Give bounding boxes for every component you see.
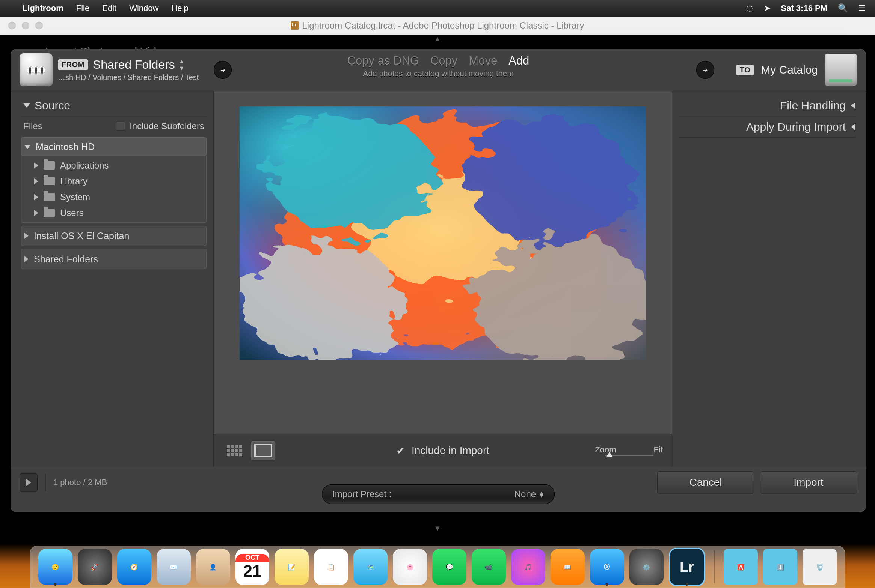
dock-notes-icon[interactable]: 📝: [275, 549, 309, 585]
fit-label: Fit: [654, 445, 663, 455]
tree-node-macintosh-hd[interactable]: Macintosh HD: [21, 137, 207, 156]
macos-dock: 🙂 🚀 🧭 ✉️ 👤 OCT21 📝 📋 🗺️ 🌸 💬 📹 🎵 📖 Ⓐ ⚙️ L…: [30, 546, 845, 588]
dock-safari-icon[interactable]: 🧭: [117, 549, 151, 585]
dock-applications-folder-icon[interactable]: 🅰️: [724, 549, 758, 585]
source-arrow-next-icon[interactable]: ➔: [214, 61, 232, 79]
preset-value: None: [514, 489, 536, 499]
dock-appstore-icon[interactable]: Ⓐ: [590, 549, 624, 585]
svg-rect-10: [29, 69, 31, 74]
dock-contacts-icon[interactable]: 👤: [196, 549, 230, 585]
action-add[interactable]: Add: [508, 54, 529, 68]
from-pill: FROM: [58, 59, 88, 70]
dock-facetime-icon[interactable]: 📹: [472, 549, 506, 585]
destination-name[interactable]: My Catalog: [761, 63, 818, 76]
source-tree: Macintosh HD Applications Library System…: [21, 137, 207, 269]
tree-node-system[interactable]: System: [21, 189, 206, 205]
folder-icon: [44, 177, 55, 185]
cursor-icon[interactable]: ➤: [764, 3, 771, 13]
files-label: Files: [23, 121, 42, 131]
zoom-label: Zoom: [595, 445, 616, 455]
dock-maps-icon[interactable]: 🗺️: [353, 549, 388, 585]
dock-launchpad-icon[interactable]: 🚀: [78, 549, 112, 585]
right-panel: File Handling Apply During Import: [672, 91, 866, 467]
destination-drive-icon[interactable]: [825, 54, 857, 86]
tree-node-applications[interactable]: Applications: [21, 158, 206, 173]
import-preset-selector[interactable]: Import Preset : None▲▼: [322, 484, 555, 504]
folder-icon: [44, 209, 55, 217]
svg-rect-12: [41, 69, 43, 74]
action-subtitle: Add photos to catalog without moving the…: [347, 69, 530, 78]
svg-point-20: [469, 118, 634, 245]
spotlight-icon[interactable]: 🔍: [838, 3, 848, 13]
chevron-down-icon: [24, 145, 30, 149]
svg-rect-11: [35, 69, 37, 74]
tree-node-users[interactable]: Users: [21, 205, 206, 221]
tree-node-library[interactable]: Library: [21, 173, 206, 189]
menubar-clock[interactable]: Sat 3:16 PM: [781, 3, 828, 13]
dock-ibooks-icon[interactable]: 📖: [551, 549, 585, 585]
creative-cloud-icon[interactable]: ◌: [746, 3, 753, 13]
dock-lightroom-icon[interactable]: Lr: [669, 548, 705, 586]
folder-icon: [44, 193, 55, 201]
window-close-button[interactable]: [8, 22, 16, 29]
dock-calendar-icon[interactable]: OCT21: [235, 549, 270, 585]
preset-label: Import Preset :: [332, 489, 391, 499]
action-copy-dng[interactable]: Copy as DNG: [347, 54, 419, 68]
zoom-slider[interactable]: [605, 455, 653, 456]
source-device-icon[interactable]: [20, 53, 53, 86]
action-move[interactable]: Move: [469, 54, 497, 68]
include-in-import-toggle[interactable]: ✔Include in Import: [396, 445, 489, 457]
to-pill: TO: [736, 65, 754, 75]
source-panel-title: Source: [35, 99, 70, 112]
menubar-item-edit[interactable]: Edit: [102, 3, 116, 13]
bottom-panel-collapse-icon[interactable]: ▼: [434, 524, 441, 533]
window-zoom-button[interactable]: [35, 22, 43, 29]
import-dialog: FROM Shared Folders ▲▼ …sh HD / Volumes …: [11, 49, 866, 512]
dock-finder-icon[interactable]: 🙂: [38, 549, 72, 585]
menubar-item-help[interactable]: Help: [171, 3, 188, 13]
window-title: Lightroom Catalog.lrcat - Adobe Photosho…: [0, 20, 875, 31]
minimize-import-button[interactable]: [20, 473, 38, 492]
tree-node-shared-folders[interactable]: Shared Folders: [21, 249, 207, 269]
window-minimize-button[interactable]: [22, 22, 29, 29]
dock-itunes-icon[interactable]: 🎵: [511, 549, 545, 585]
svg-point-22: [243, 241, 401, 360]
import-button[interactable]: Import: [760, 471, 857, 494]
dest-arrow-next-icon[interactable]: ➔: [696, 61, 714, 79]
dock-mail-icon[interactable]: ✉️: [157, 549, 191, 585]
dock-downloads-folder-icon[interactable]: ⬇️: [763, 549, 797, 585]
photo-thumbnail[interactable]: [240, 106, 646, 360]
grid-view-button[interactable]: [223, 442, 246, 460]
chevron-right-icon: [34, 163, 38, 169]
source-path: …sh HD / Volumes / Shared Folders / Test: [58, 73, 199, 82]
file-handling-header[interactable]: File Handling: [679, 95, 855, 116]
menubar-item-file[interactable]: File: [76, 3, 89, 13]
cancel-button[interactable]: Cancel: [657, 471, 754, 494]
preview-panel: ✔Include in Import Zoom Fit: [213, 91, 672, 467]
tree-node-install-osx[interactable]: Install OS X El Capitan: [21, 226, 207, 246]
notifications-icon[interactable]: ☰: [858, 3, 866, 13]
dock-photos-icon[interactable]: 🌸: [393, 549, 427, 585]
import-header: FROM Shared Folders ▲▼ …sh HD / Volumes …: [11, 49, 866, 91]
dock-messages-icon[interactable]: 💬: [432, 549, 466, 585]
dock-reminders-icon[interactable]: 📋: [314, 549, 348, 585]
action-copy[interactable]: Copy: [430, 54, 457, 68]
source-panel-header[interactable]: Source: [21, 95, 207, 116]
updown-icon: ▲▼: [179, 58, 185, 72]
check-icon: ✔: [396, 445, 405, 457]
apply-during-import-header[interactable]: Apply During Import: [679, 116, 855, 138]
include-subfolders-toggle[interactable]: Include Subfolders: [116, 121, 204, 131]
source-selector[interactable]: Shared Folders ▲▼: [93, 58, 185, 72]
menubar-item-window[interactable]: Window: [129, 3, 158, 13]
chevron-right-icon: [26, 479, 31, 486]
import-count: 1 photo / 2 MB: [53, 478, 107, 487]
chevron-right-icon: [34, 194, 38, 200]
menubar-app[interactable]: Lightroom: [23, 3, 63, 13]
dock-trash-icon[interactable]: 🗑️: [803, 549, 837, 585]
import-action-selector: Copy as DNG Copy Move Add Add photos to …: [347, 54, 530, 78]
loupe-view-button[interactable]: [251, 441, 275, 460]
chevron-down-icon: [23, 103, 30, 108]
chevron-right-icon: [34, 178, 38, 184]
top-panel-collapse-icon[interactable]: ▲: [434, 35, 441, 43]
dock-preferences-icon[interactable]: ⚙️: [629, 549, 664, 585]
